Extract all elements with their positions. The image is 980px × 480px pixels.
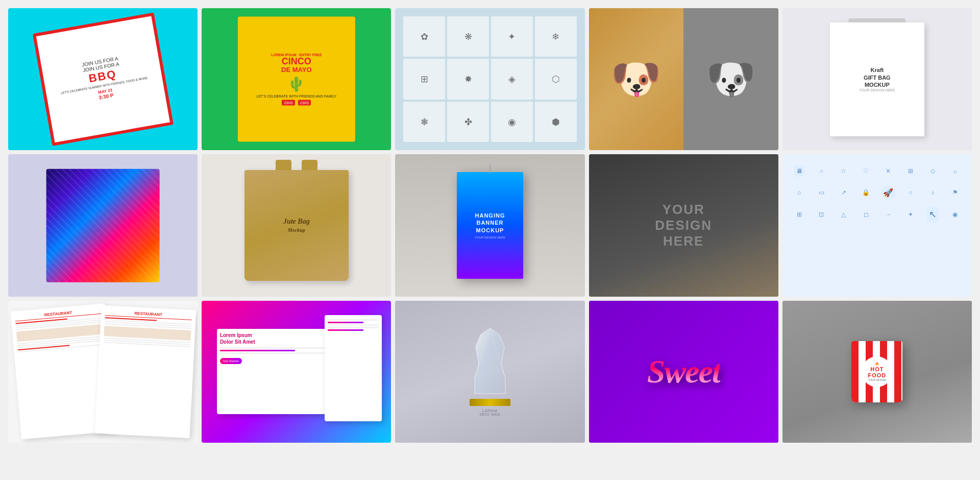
- icons-grid: 🖥 ○ ☆ ♡ ✕ ⊞ ◇ ⌕ ⌂ ▭ ↗ 🔒 🚀 ○ ♪ ⚑ ⊞ ⊡ △ ◻: [782, 154, 972, 296]
- bag-container: Kraft GIFT BAG MOCKUP YOUR DESIGN HERE: [782, 8, 972, 150]
- card-sweet-text[interactable]: Sweet: [589, 301, 778, 443]
- card-abstract-poster[interactable]: [8, 154, 198, 296]
- cinco-time1: 20HS: [282, 100, 295, 106]
- hanging-banner: HANGINGBANNERMOCKUP YOUR DESIGN HERE: [457, 172, 523, 279]
- menu-container: RESTAURANT RESTAURANT: [8, 301, 198, 443]
- gear-icon: ✦: [908, 211, 913, 218]
- eye-icon: ◉: [952, 211, 958, 218]
- pattern-tile: ⬡: [535, 59, 577, 99]
- share-icon: ↗: [841, 189, 846, 196]
- dog-color-half: 🐶: [589, 8, 684, 150]
- food-sub: YOUR DESIGN: [868, 378, 886, 381]
- card-kraft-gift-bag[interactable]: Kraft GIFT BAG MOCKUP YOUR DESIGN HERE: [782, 8, 972, 150]
- lock-icon: 🔒: [862, 189, 870, 196]
- bbq-invite-card: JOIN US FOR A JOIN US FOR A BBQ LET'S CE…: [32, 13, 173, 146]
- ui-line: [220, 347, 328, 349]
- ui-line: [328, 327, 378, 328]
- pattern-tile: ✿: [403, 16, 445, 57]
- cinco-time2: 23HS: [298, 100, 311, 106]
- sweet-text: Sweet: [647, 353, 720, 391]
- trophy-svg: [470, 327, 510, 399]
- bag-icon: ◻: [864, 211, 869, 218]
- flag-icon: ⚑: [952, 189, 958, 196]
- jute-label: Jute Bag Mockup: [283, 218, 310, 234]
- rocket-icon: 🚀: [881, 186, 895, 200]
- dog-halftone-half: 🐶: [683, 8, 778, 150]
- card-hot-food[interactable]: 🔥 HOTFOOD YOUR DESIGN: [782, 301, 972, 443]
- pattern-tile: ◉: [491, 102, 533, 142]
- pattern-tile: ✸: [447, 59, 489, 99]
- home-icon: ⌂: [797, 189, 801, 196]
- pin-icon: △: [841, 211, 846, 218]
- jute-bag: Jute Bag Mockup: [244, 170, 349, 281]
- car-icon: ⊡: [819, 211, 824, 218]
- cursor-icon: ↖: [927, 207, 939, 222]
- abstract-poster: [46, 169, 160, 282]
- menu-card-2: RESTAURANT: [94, 305, 195, 438]
- star-icon: ☆: [841, 167, 846, 175]
- svg-marker-0: [475, 328, 505, 394]
- cinco-title: CINCO: [282, 57, 311, 66]
- ui-line: [220, 352, 328, 354]
- music-icon: ♪: [932, 189, 935, 196]
- ui-button[interactable]: Get Started: [220, 358, 242, 364]
- circle-icon: ○: [820, 167, 823, 175]
- trophy: LOREMSEDI NAD: [470, 327, 510, 416]
- search-icon: ⌕: [953, 167, 957, 175]
- cinco-sub-text: LET'S CELEBRATE WITH FRIENDS AND FAMILY: [256, 94, 336, 98]
- trophy-container: LOREMSEDI NAD: [395, 301, 584, 443]
- card-hanging-banner[interactable]: HANGINGBANNERMOCKUP YOUR DESIGN HERE: [395, 154, 584, 296]
- card-crystal-trophy[interactable]: LOREMSEDI NAD: [395, 301, 584, 443]
- ui-side-card: [325, 315, 381, 422]
- cinco-time-row: 20HS 23HS: [282, 100, 311, 106]
- clock-icon: ○: [909, 189, 912, 196]
- grid-icon: ⊞: [908, 167, 913, 175]
- trophy-body-wrapper: [470, 327, 510, 399]
- design-container: YOURDESIGNHERE: [589, 154, 778, 296]
- kraft-bag: Kraft GIFT BAG MOCKUP YOUR DESIGN HERE: [830, 22, 925, 136]
- cinco-poster: LOREM IPSUM · ENTRY FREE CINCO DE MAYO 🌵…: [238, 17, 355, 142]
- pattern-tile: ✤: [447, 102, 489, 142]
- ui-main-card: Lorem IpsumDolor Sit Amet Get Started: [217, 329, 331, 414]
- ui-mockup-bg: Lorem IpsumDolor Sit Amet Get Started: [202, 301, 391, 443]
- design-text: YOURDESIGNHERE: [655, 202, 712, 250]
- food-label: HOTFOOD: [868, 366, 887, 378]
- cinco-subtitle: DE MAYO: [281, 66, 311, 74]
- bucket-label: 🔥 HOTFOOD YOUR DESIGN: [862, 356, 892, 387]
- kraft-title: Kraft GIFT BAG MOCKUP: [864, 66, 891, 88]
- card-jute-bag[interactable]: Jute Bag Mockup: [202, 154, 391, 296]
- ui-line-color: [328, 322, 363, 323]
- bell-icon: ⊞: [797, 211, 802, 218]
- popcorn-container: 🔥 HOTFOOD YOUR DESIGN: [782, 301, 972, 443]
- tag-icon: ◇: [930, 167, 935, 175]
- trophy-text: LOREMSEDI NAD: [479, 409, 500, 416]
- pattern-tile: ❃: [403, 102, 445, 142]
- patterns-grid: ✿ ❋ ✦ ❄ ⊞ ✸ ◈ ⬡ ❃ ✤ ◉ ⬢: [395, 8, 584, 150]
- card-restaurant-menu[interactable]: RESTAURANT RESTAURANT: [8, 301, 198, 443]
- ui-title: Lorem IpsumDolor Sit Amet: [220, 332, 328, 345]
- ui-line: [328, 319, 378, 321]
- banner-container: HANGINGBANNERMOCKUP YOUR DESIGN HERE: [395, 154, 584, 296]
- pattern-tile: ✦: [491, 16, 533, 57]
- card-ui-mockup[interactable]: Lorem IpsumDolor Sit Amet Get Started: [202, 301, 391, 443]
- ui-line-color: [328, 329, 363, 331]
- dog-container: 🐶 🐶: [589, 8, 778, 150]
- pattern-tile: ❄: [535, 16, 577, 57]
- banner-text: HANGINGBANNERMOCKUP: [475, 212, 505, 234]
- card-bbq-invite[interactable]: JOIN US FOR A JOIN US FOR A BBQ LET'S CE…: [8, 8, 198, 150]
- monitor-icon: 🖥: [794, 165, 804, 177]
- kraft-sub: YOUR DESIGN HERE: [859, 88, 895, 92]
- sweet-container: Sweet: [589, 301, 778, 443]
- card-dog-photo[interactable]: 🐶 🐶: [589, 8, 778, 150]
- ui-line-color: [220, 350, 296, 351]
- pattern-tile: ⬢: [535, 102, 577, 142]
- banner-sub: YOUR DESIGN HERE: [475, 236, 505, 239]
- card-patterns[interactable]: ✿ ❋ ✦ ❄ ⊞ ✸ ◈ ⬡ ❃ ✤ ◉ ⬢: [395, 8, 584, 150]
- pattern-tile: ◈: [491, 59, 533, 99]
- cross-icon: ✕: [886, 167, 891, 175]
- card-icons-set[interactable]: 🖥 ○ ☆ ♡ ✕ ⊞ ◇ ⌕ ⌂ ▭ ↗ 🔒 🚀 ○ ♪ ⚑ ⊞ ⊡ △ ◻: [782, 154, 972, 296]
- card-cinco-de-mayo[interactable]: LOREM IPSUM · ENTRY FREE CINCO DE MAYO 🌵…: [202, 8, 391, 150]
- ui-line: [328, 324, 378, 326]
- card-your-design-here[interactable]: YOURDESIGNHERE: [589, 154, 778, 296]
- image-grid: JOIN US FOR A JOIN US FOR A BBQ LET'S CE…: [0, 0, 980, 451]
